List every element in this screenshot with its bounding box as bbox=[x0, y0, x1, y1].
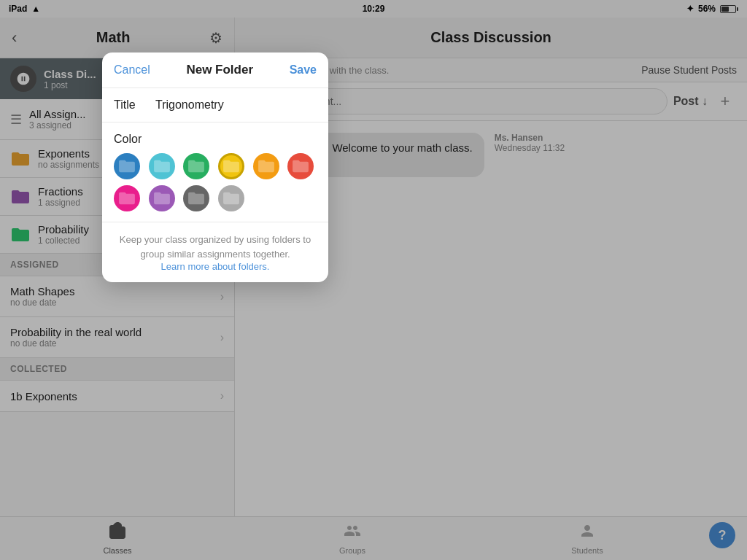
color-swatch-green[interactable] bbox=[183, 153, 209, 179]
color-swatch-red[interactable] bbox=[287, 153, 314, 179]
modal-cancel-button[interactable]: Cancel bbox=[114, 63, 150, 77]
color-swatch-purple[interactable] bbox=[149, 185, 175, 211]
color-swatch-yellow[interactable] bbox=[218, 153, 244, 179]
color-swatch-orange[interactable] bbox=[253, 153, 279, 179]
color-label: Color bbox=[114, 133, 317, 146]
modal-title: New Folder bbox=[186, 63, 253, 77]
modal-save-button[interactable]: Save bbox=[290, 63, 317, 77]
color-swatch-blue-dark[interactable] bbox=[114, 153, 140, 179]
modal-title-input[interactable] bbox=[155, 98, 317, 112]
new-folder-modal: Cancel New Folder Save Title Color bbox=[102, 52, 328, 282]
color-grid bbox=[114, 153, 317, 211]
color-swatch-pink[interactable] bbox=[114, 185, 140, 211]
modal-color-row: Color bbox=[102, 122, 328, 222]
modal-header: Cancel New Folder Save bbox=[102, 52, 328, 88]
hint-link[interactable]: Learn more about folders. bbox=[114, 261, 317, 272]
modal-hint: Keep your class organized by using folde… bbox=[102, 222, 328, 282]
modal-title-label: Title bbox=[114, 98, 147, 112]
color-swatch-gray-dark[interactable] bbox=[183, 185, 209, 211]
modal-title-row: Title bbox=[102, 88, 328, 122]
color-swatch-gray-light[interactable] bbox=[218, 185, 244, 211]
color-swatch-blue-light[interactable] bbox=[149, 153, 175, 179]
hint-text: Keep your class organized by using folde… bbox=[114, 233, 317, 261]
